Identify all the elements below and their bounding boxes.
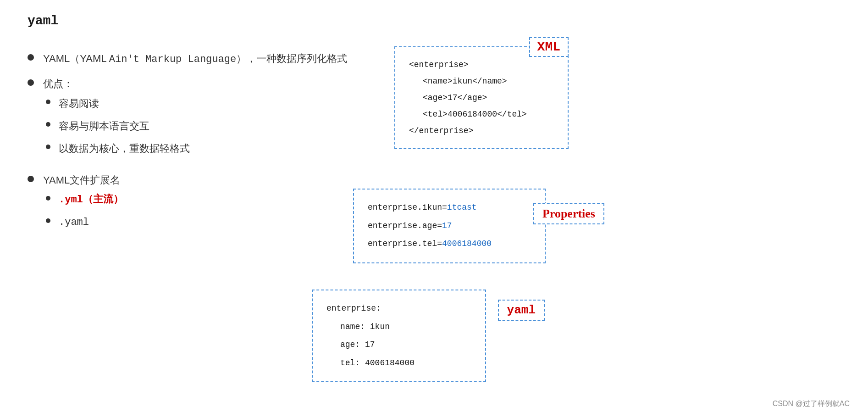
main-bullet-list: YAML（YAML Ain't Markup Language），一种数据序列化… xyxy=(28,51,348,237)
sub-dot-yaml xyxy=(46,218,50,223)
sub-dot-2 xyxy=(46,122,50,127)
xml-line-2: <name>ikun</name> xyxy=(409,73,554,89)
sub-dot-1 xyxy=(46,100,50,104)
prop-line-1: enterprise.ikun=itcast xyxy=(368,199,531,217)
yaml-line-1: enterprise: xyxy=(326,300,471,318)
prop-line-2: enterprise.age=17 xyxy=(368,217,531,235)
yaml-line-2: name: ikun xyxy=(326,318,471,336)
sub-list-advantages: 容易阅读 容易与脚本语言交互 以数据为核心，重数据轻格式 xyxy=(46,96,190,163)
xml-line-5: </enterprise> xyxy=(409,123,554,139)
xml-line-4: <tel>4006184000</tel> xyxy=(409,106,554,123)
xml-box: XML <enterprise> <name>ikun</name> <age>… xyxy=(394,46,569,149)
list-item-3-text: YAML文件扩展名 xyxy=(43,173,120,188)
right-section: XML <enterprise> <name>ikun</name> <age>… xyxy=(348,46,840,246)
properties-content: enterprise.ikun=itcast enterprise.age=17… xyxy=(368,199,531,253)
page-title: yaml xyxy=(28,14,840,28)
bullet-dot-2 xyxy=(28,79,34,86)
footer-credit: CSDN @过了样例就AC xyxy=(773,399,850,409)
yaml-box: yaml enterprise: name: ikun age: 17 tel:… xyxy=(312,290,486,382)
xml-line-3: <age>17</age> xyxy=(409,89,554,106)
xml-line-1: <enterprise> xyxy=(409,56,554,73)
bullet-dot-3 xyxy=(28,176,34,182)
xml-label: XML xyxy=(529,37,569,57)
sub-dot-3 xyxy=(46,145,50,149)
list-item-1-text: YAML（YAML Ain't Markup Language），一种数据序列化… xyxy=(43,51,347,67)
properties-box: Properties enterprise.ikun=itcast enterp… xyxy=(353,189,546,263)
sub-item-yaml-text: .yaml xyxy=(59,215,89,230)
sub-dot-yml xyxy=(46,196,50,201)
sub-item-1-text: 容易阅读 xyxy=(59,96,99,111)
prop-line-3: enterprise.tel=4006184000 xyxy=(368,235,531,253)
sub-item-3-text: 以数据为核心，重数据轻格式 xyxy=(59,141,190,156)
sub-item-yaml: .yaml xyxy=(46,215,123,230)
sub-item-2: 容易与脚本语言交互 xyxy=(46,118,190,134)
properties-label: Properties xyxy=(533,203,604,224)
list-item-2: 优点： 容易阅读 容易与脚本语言交互 以数据为核心，重数据轻格式 xyxy=(28,76,348,163)
yaml-box-label: yaml xyxy=(498,300,545,321)
left-section: YAML（YAML Ain't Markup Language），一种数据序列化… xyxy=(28,46,348,246)
list-item-3: YAML文件扩展名 .yml（主流） .yaml xyxy=(28,173,348,237)
sub-item-yml: .yml（主流） xyxy=(46,192,123,207)
sub-item-2-text: 容易与脚本语言交互 xyxy=(59,118,149,134)
bullet-dot-1 xyxy=(28,54,34,61)
yaml-line-4: tel: 4006184000 xyxy=(326,354,471,373)
list-item-1: YAML（YAML Ain't Markup Language），一种数据序列化… xyxy=(28,51,348,67)
yaml-content: enterprise: name: ikun age: 17 tel: 4006… xyxy=(326,300,471,372)
sub-list-extensions: .yml（主流） .yaml xyxy=(46,192,123,237)
sub-item-yml-text: .yml（主流） xyxy=(59,192,123,207)
sub-item-1: 容易阅读 xyxy=(46,96,190,111)
yaml-line-3: age: 17 xyxy=(326,336,471,354)
xml-content: <enterprise> <name>ikun</name> <age>17</… xyxy=(409,56,554,139)
list-item-2-text: 优点： xyxy=(43,76,73,91)
sub-item-3: 以数据为核心，重数据轻格式 xyxy=(46,141,190,156)
